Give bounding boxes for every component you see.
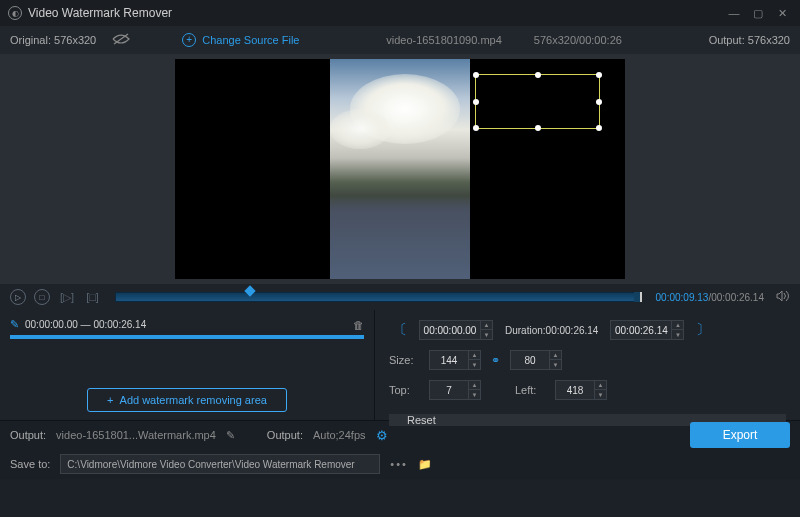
plus-circle-icon: +	[182, 33, 196, 47]
up-arrow-icon[interactable]: ▲	[469, 381, 480, 390]
output-format-label: Output:	[267, 429, 303, 441]
up-arrow-icon[interactable]: ▲	[481, 321, 492, 330]
titlebar: ◐ Video Watermark Remover — ▢ ✕	[0, 0, 800, 26]
output-filename: video-1651801...Watermark.mp4	[56, 429, 216, 441]
size-row: Size: ▲▼ ⚭ ▲▼	[389, 350, 786, 370]
height-spinner[interactable]: ▲▼	[510, 350, 562, 370]
width-spinner[interactable]: ▲▼	[429, 350, 481, 370]
app-logo-icon: ◐	[8, 6, 22, 20]
down-arrow-icon[interactable]: ▼	[481, 330, 492, 339]
mark-in-button[interactable]: [▷]	[58, 291, 76, 304]
export-button[interactable]: Export	[690, 422, 790, 448]
bracket-right-icon[interactable]: 〕	[692, 321, 714, 339]
footer: Output: video-1651801...Watermark.mp4 ✎ …	[0, 420, 800, 479]
segment-bar[interactable]	[10, 335, 364, 339]
position-row: Top: ▲▼ Left: ▲▼	[389, 380, 786, 400]
video-preview	[0, 54, 800, 284]
up-arrow-icon[interactable]: ▲	[672, 321, 683, 330]
left-spinner[interactable]: ▲▼	[555, 380, 607, 400]
source-resolution-duration: 576x320/00:00:26	[534, 34, 622, 46]
toolbar: Original: 576x320 + Change Source File v…	[0, 26, 800, 54]
bracket-left-icon[interactable]: 〔	[389, 321, 411, 339]
save-row: Save to: ••• 📁	[0, 449, 800, 479]
pin-icon: ✎	[10, 318, 19, 331]
timeline-end-cap	[634, 292, 642, 302]
settings-icon[interactable]: ⚙	[376, 428, 388, 443]
mark-out-button[interactable]: [□]	[84, 291, 101, 303]
timeline-scrubber[interactable]	[115, 292, 642, 302]
delete-segment-icon[interactable]: 🗑	[353, 319, 364, 331]
left-label: Left:	[515, 384, 547, 396]
size-label: Size:	[389, 354, 421, 366]
selection-box[interactable]	[475, 74, 600, 129]
output-label: Output:	[10, 429, 46, 441]
link-icon[interactable]: ⚭	[491, 354, 500, 367]
start-time-spinner[interactable]: ▲▼	[419, 320, 493, 340]
width-input[interactable]	[430, 355, 468, 366]
save-path-input[interactable]	[60, 454, 380, 474]
start-time-input[interactable]	[420, 325, 480, 336]
browse-button[interactable]: •••	[390, 458, 408, 470]
up-arrow-icon[interactable]: ▲	[469, 351, 480, 360]
segments-pane: ✎ 00:00:00.00 — 00:00:26.14 🗑 + Add wate…	[0, 310, 375, 420]
up-arrow-icon[interactable]: ▲	[550, 351, 561, 360]
edit-filename-icon[interactable]: ✎	[226, 429, 235, 442]
minimize-button[interactable]: —	[724, 3, 744, 23]
output-size-label: Output: 576x320	[709, 34, 790, 46]
play-button[interactable]: ▷	[10, 289, 26, 305]
top-spinner[interactable]: ▲▼	[429, 380, 481, 400]
playback-controls: ▷ □ [▷] [□] 00:00:09.13/00:00:26.14	[0, 284, 800, 310]
save-to-label: Save to:	[10, 458, 50, 470]
plus-icon: +	[107, 394, 113, 406]
down-arrow-icon[interactable]: ▼	[469, 360, 480, 369]
edit-panels: ✎ 00:00:00.00 — 00:00:26.14 🗑 + Add wate…	[0, 310, 800, 420]
change-source-button[interactable]: + Change Source File	[182, 33, 299, 47]
volume-icon[interactable]	[776, 290, 790, 304]
segment-range: 00:00:00.00 — 00:00:26.14	[25, 319, 347, 330]
end-time-spinner[interactable]: ▲▼	[610, 320, 684, 340]
properties-pane: 〔 ▲▼ Duration:00:00:26.14 ▲▼ 〕 Size: ▲▼ …	[375, 310, 800, 420]
source-filename: video-1651801090.mp4	[386, 34, 502, 46]
add-area-button[interactable]: + Add watermark removing area	[87, 388, 287, 412]
original-size-label: Original: 576x320	[10, 34, 96, 46]
top-input[interactable]	[430, 385, 468, 396]
time-range-row: 〔 ▲▼ Duration:00:00:26.14 ▲▼ 〕	[389, 320, 786, 340]
stop-button[interactable]: □	[34, 289, 50, 305]
height-input[interactable]	[511, 355, 549, 366]
preview-toggle-icon[interactable]	[112, 33, 130, 47]
down-arrow-icon[interactable]: ▼	[672, 330, 683, 339]
maximize-button[interactable]: ▢	[748, 3, 768, 23]
close-button[interactable]: ✕	[772, 3, 792, 23]
open-folder-icon[interactable]: 📁	[418, 458, 432, 471]
time-display: 00:00:09.13/00:00:26.14	[656, 292, 764, 303]
playhead-icon[interactable]	[244, 285, 255, 296]
down-arrow-icon[interactable]: ▼	[550, 360, 561, 369]
down-arrow-icon[interactable]: ▼	[595, 390, 606, 399]
down-arrow-icon[interactable]: ▼	[469, 390, 480, 399]
left-input[interactable]	[556, 385, 594, 396]
output-format: Auto;24fps	[313, 429, 366, 441]
app-title: Video Watermark Remover	[28, 6, 720, 20]
duration-label: Duration:00:00:26.14	[501, 325, 602, 336]
top-label: Top:	[389, 384, 421, 396]
end-time-input[interactable]	[611, 325, 671, 336]
video-canvas[interactable]	[175, 59, 625, 279]
up-arrow-icon[interactable]: ▲	[595, 381, 606, 390]
segment-row[interactable]: ✎ 00:00:00.00 — 00:00:26.14 🗑	[10, 318, 364, 331]
